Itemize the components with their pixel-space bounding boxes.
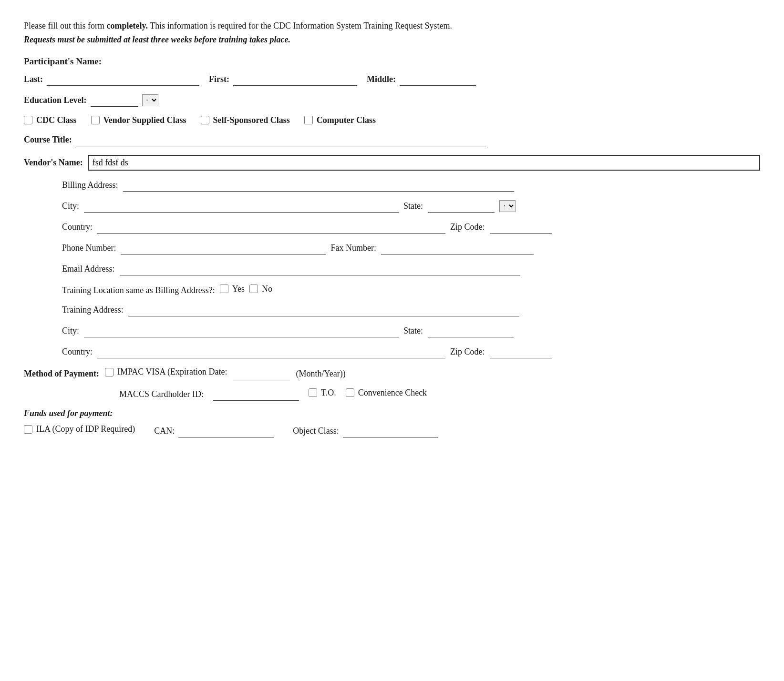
funds-row: ILA (Copy of IDP Required) CAN: Object C… [24,424,760,437]
object-class-group: Object Class: [293,425,438,437]
training-city-input[interactable] [84,325,399,337]
training-country-input[interactable] [97,346,445,358]
can-group: CAN: [154,425,274,437]
training-same-no-item[interactable]: No [249,284,272,294]
training-same-no-label: No [262,284,272,294]
email-input[interactable] [120,263,520,275]
to-checkbox[interactable] [309,388,317,397]
training-same-yes-checkbox[interactable] [220,285,228,293]
first-label: First: [209,74,229,84]
phone-fax-row: Phone Number: Fax Number: [62,242,760,254]
training-zip-input[interactable] [490,346,552,358]
expiry-input[interactable] [233,368,290,380]
middle-name-input[interactable] [400,73,476,86]
ila-checkbox[interactable] [24,425,32,434]
intro-bold-completely: completely. [106,21,147,30]
training-country-zip-row: Country: Zip Code: [62,346,760,358]
education-row: Education Level: · [24,94,760,107]
last-label: Last: [24,74,43,84]
education-group: Education Level: · [24,94,158,107]
vendor-name-input[interactable] [88,155,760,171]
vendor-details-section: Billing Address: City: State: · Country:… [62,179,760,359]
name-row: Last: First: Middle: [24,73,760,86]
billing-address-input[interactable] [123,179,514,192]
training-address-row: Training Address: [62,304,760,316]
training-zip-label: Zip Code: [450,347,485,357]
course-title-group: Course Title: [24,134,486,146]
intro-normal-text: Please fill out this form [24,21,106,30]
computer-class-item[interactable]: Computer Class [304,115,376,125]
education-label: Education Level: [24,95,87,105]
self-sponsored-item[interactable]: Self-Sponsored Class [201,115,290,125]
phone-input[interactable] [121,242,326,254]
training-location-same-row: Training Location same as Billing Addres… [62,284,760,296]
self-sponsored-checkbox[interactable] [201,116,209,124]
to-label: T.O. [321,388,336,398]
training-address-input[interactable] [128,304,519,316]
vendor-name-row: Vendor's Name: [24,155,760,171]
last-name-input[interactable] [47,73,199,86]
course-title-input[interactable] [76,134,486,146]
training-state-input[interactable] [428,325,514,337]
education-dropdown[interactable]: · [142,94,158,106]
intro-rest-text: This information is required for the CDC… [148,21,452,30]
vendor-supplied-item[interactable]: Vendor Supplied Class [91,115,186,125]
training-address-label: Training Address: [62,305,124,315]
intro-italic-bold-text: Requests must be submitted at least thre… [24,35,290,44]
training-same-yes-item[interactable]: Yes [220,284,245,294]
billing-city-state-row: City: State: · [62,200,760,213]
billing-state-dropdown[interactable]: · [499,200,516,212]
training-same-no-checkbox[interactable] [249,285,258,293]
vendor-supplied-label: Vendor Supplied Class [103,115,186,125]
billing-country-input[interactable] [97,221,445,234]
fax-input[interactable] [381,242,534,254]
can-label: CAN: [154,426,175,436]
impac-visa-item[interactable]: IMPAC VISA (Expiration Date: [105,367,227,377]
class-type-group: CDC Class Vendor Supplied Class Self-Spo… [24,115,760,125]
email-label: Email Address: [62,264,115,274]
course-title-row: Course Title: [24,134,760,146]
self-sponsored-label: Self-Sponsored Class [213,115,290,125]
first-name-input[interactable] [233,73,357,86]
training-same-label: Training Location same as Billing Addres… [62,285,215,295]
ila-label: ILA (Copy of IDP Required) [36,424,135,434]
email-row: Email Address: [62,263,760,275]
cdc-class-item[interactable]: CDC Class [24,115,77,125]
cdc-class-checkbox[interactable] [24,116,32,124]
billing-state-input[interactable] [428,200,495,213]
payment-method-label: Method of Payment: [24,369,99,379]
object-class-input[interactable] [343,425,438,437]
billing-country-label: Country: [62,222,93,232]
billing-zip-input[interactable] [490,221,552,234]
computer-class-label: Computer Class [317,115,376,125]
impac-visa-label: IMPAC VISA (Expiration Date: [117,367,227,377]
computer-class-checkbox[interactable] [304,116,313,124]
participant-name-label: Participant's Name: [24,56,760,67]
training-same-yes-label: Yes [232,284,245,294]
fax-label: Fax Number: [330,243,376,253]
intro-paragraph: Please fill out this form completely. Th… [24,19,760,47]
middle-name-group: Middle: [367,73,476,86]
to-item[interactable]: T.O. [309,388,336,398]
can-input[interactable] [178,425,274,437]
cdc-class-label: CDC Class [36,115,77,125]
vendor-supplied-checkbox[interactable] [91,116,100,124]
training-city-state-row: City: State: [62,325,760,337]
middle-label: Middle: [367,74,396,84]
convenience-check-label: Convenience Check [358,388,427,398]
billing-city-input[interactable] [84,200,399,213]
education-input[interactable] [91,94,138,107]
convenience-check-checkbox[interactable] [346,388,354,397]
phone-label: Phone Number: [62,243,116,253]
impac-visa-checkbox[interactable] [105,368,113,376]
maccs-row: MACCS Cardholder ID: T.O. Convenience Ch… [119,388,760,401]
billing-zip-label: Zip Code: [450,222,485,232]
convenience-check-item[interactable]: Convenience Check [346,388,427,398]
object-class-label: Object Class: [293,426,339,436]
monthyear-label: (Month/Year)) [296,369,345,379]
maccs-label: MACCS Cardholder ID: [119,389,204,399]
first-name-group: First: [209,73,357,86]
last-name-group: Last: [24,73,199,86]
maccs-input[interactable] [213,388,299,401]
ila-item[interactable]: ILA (Copy of IDP Required) [24,424,135,434]
